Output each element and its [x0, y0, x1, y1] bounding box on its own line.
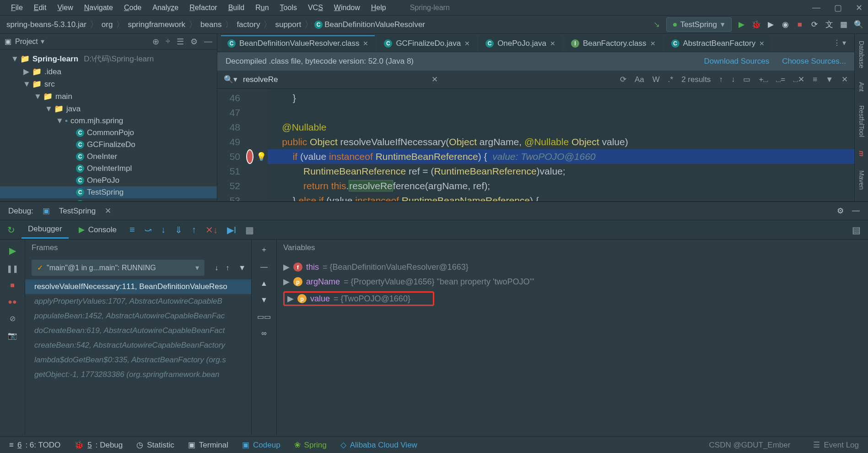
selection-icon[interactable]: ▭	[743, 75, 750, 84]
mute-bp-icon[interactable]: ⊘	[10, 314, 16, 323]
pause-icon[interactable]: ❚❚	[6, 264, 18, 273]
find-input[interactable]	[243, 75, 426, 84]
drop-frame-icon[interactable]: ✕↓	[203, 224, 221, 235]
menu-edit[interactable]: Edit	[28, 4, 52, 12]
project-view-label[interactable]: Project	[15, 38, 38, 46]
breadcrumb-item[interactable]: beans	[199, 20, 223, 29]
filter-icon[interactable]: ▼	[825, 75, 833, 84]
breadcrumb-item[interactable]: BeanDefinitionValueResolver	[323, 20, 427, 29]
variable-row[interactable]: ▶pargName = {PropertyValue@1656} "bean p…	[277, 274, 868, 289]
run-config-selector[interactable]: TestSpring ▾	[666, 17, 732, 32]
rerun-icon[interactable]: ↻	[5, 224, 18, 235]
stack-frame[interactable]: applyPropertyValues:1707, AbstractAutowi…	[25, 294, 251, 309]
debugger-tab[interactable]: Debugger	[22, 221, 69, 239]
translate-icon[interactable]: 文	[824, 20, 834, 30]
settings-icon[interactable]: ⚙	[190, 37, 198, 47]
breadcrumb-item[interactable]: support	[273, 20, 303, 29]
addsel-icon[interactable]: +⎵	[759, 75, 768, 84]
coverage-icon[interactable]: ▶	[766, 20, 776, 30]
menu-analyze[interactable]: Analyze	[147, 4, 184, 12]
menu-view[interactable]: View	[52, 4, 78, 12]
hide-icon[interactable]: —	[204, 37, 212, 47]
next-match-icon[interactable]: ↓	[731, 75, 735, 84]
variable-row[interactable]: ▶pvalue = {TwoPOJO@1660}	[277, 289, 868, 308]
view-bp-icon[interactable]: ●●	[8, 298, 16, 306]
tree-item[interactable]: COneInter	[0, 151, 217, 163]
prev-match-icon[interactable]: ↑	[719, 75, 723, 84]
debug-tool[interactable]: 🐞 5: Debug	[74, 440, 123, 450]
editor-tab[interactable]: COnePoJo.java✕	[479, 35, 562, 51]
gear-icon[interactable]: ⚙	[837, 206, 844, 216]
stack-frame[interactable]: lambda$doGetBean$0:335, AbstractBeanFact…	[25, 353, 251, 367]
menu-tools[interactable]: Tools	[275, 4, 302, 12]
close-debug-tab-icon[interactable]: ✕	[105, 206, 111, 216]
stop2-icon[interactable]: ■	[10, 281, 15, 289]
copy-watch-icon[interactable]: ▭▭	[257, 312, 271, 321]
evaluate-icon[interactable]: ▦	[243, 224, 257, 235]
run-icon[interactable]: ▶	[736, 20, 746, 30]
project-tree[interactable]: ▼📁Spring-learn D:\代码\Spring-learn▶📁.idea…	[0, 49, 217, 201]
spring-tool[interactable]: ❀ Spring	[294, 440, 327, 450]
tree-item[interactable]: CCommonPojo	[0, 127, 217, 139]
tree-root[interactable]: ▼📁Spring-learn D:\代码\Spring-learn	[0, 52, 217, 65]
step-over-icon[interactable]: ⤻	[141, 224, 155, 235]
alibaba-tool[interactable]: ◇ Alibaba Cloud View	[340, 440, 417, 450]
stack-frame[interactable]: getObject:-1, 1773283386 (org.springfram…	[25, 367, 251, 382]
debug-icon[interactable]: 🐞	[751, 20, 761, 30]
layout-icon[interactable]: ▤	[849, 224, 863, 235]
search-icon[interactable]: 🔍	[853, 20, 863, 30]
menu-build[interactable]: Build	[223, 4, 250, 12]
word-icon[interactable]: W	[652, 75, 660, 84]
database-tool[interactable]: Database	[858, 41, 865, 68]
hammer-icon[interactable]: ↘	[652, 20, 662, 30]
tree-item[interactable]: ▼▪com.mjh.spring	[0, 115, 217, 127]
menu-code[interactable]: Code	[119, 4, 147, 12]
down-watch-icon[interactable]: ▼	[260, 296, 268, 304]
regexopt-icon[interactable]: .*	[668, 75, 673, 84]
structure-icon[interactable]: ▦	[839, 20, 849, 30]
stack-frame[interactable]: resolveValueIfNecessary:111, BeanDefinit…	[25, 279, 251, 294]
clear-icon[interactable]: ✕	[431, 75, 438, 84]
step-into-icon[interactable]: ↓	[158, 224, 168, 235]
breadcrumb-item[interactable]: org	[100, 20, 115, 29]
console-tab[interactable]: ▶Console	[72, 221, 123, 238]
addall-icon[interactable]: ⎵=	[776, 75, 785, 84]
resume-icon[interactable]: ▶	[9, 245, 16, 256]
menu-refactor[interactable]: Refactor	[184, 4, 222, 12]
remove-watch-icon[interactable]: —	[260, 263, 268, 271]
todo-tool[interactable]: ≡ 6: 6: TODO	[9, 441, 60, 450]
project-view-icon[interactable]: ▣	[5, 37, 11, 46]
codeup-tool[interactable]: ▣ Codeup	[242, 440, 280, 450]
stack-frame[interactable]: doCreateBean:619, AbstractAutowireCapabl…	[25, 323, 251, 338]
editor-tab[interactable]: IBeanFactory.class✕	[565, 35, 662, 51]
menu-run[interactable]: Run	[250, 4, 274, 12]
tree-item[interactable]: COneInterImpl	[0, 163, 217, 175]
tree-item[interactable]: ▼📁src	[0, 78, 217, 90]
editor-tab[interactable]: CAbstractBeanFactory✕	[665, 35, 771, 51]
link-watch-icon[interactable]: ∞	[261, 329, 266, 338]
projfilter-icon[interactable]: ÷	[166, 37, 170, 47]
event-log[interactable]: ☰ Event Log	[813, 440, 859, 450]
tree-item[interactable]: ▼📁main	[0, 90, 217, 103]
menu-file[interactable]: File	[5, 4, 28, 12]
breadcrumb-item[interactable]: factory	[235, 20, 262, 29]
menu-vcs[interactable]: VCS	[302, 4, 329, 12]
prev-frame-icon[interactable]: ↓	[211, 264, 222, 272]
restful-tool[interactable]: RestfulTool	[858, 105, 865, 137]
code-area[interactable]: 464748495051525354 💡 } @Nullable public …	[217, 89, 854, 201]
collapse-icon[interactable]: ☰	[177, 37, 184, 47]
tree-item[interactable]: ▼📁java	[0, 103, 217, 115]
update-icon[interactable]: ⟳	[809, 20, 819, 30]
next-frame-icon[interactable]: ↑	[222, 264, 233, 272]
hide-debug-icon[interactable]: —	[852, 206, 860, 216]
tree-item[interactable]: CTestSpring	[0, 186, 217, 198]
close-icon[interactable]: ✕	[856, 3, 863, 13]
terminal-tool[interactable]: ▣ Terminal	[188, 440, 228, 450]
frame-filter-icon[interactable]: ▼	[233, 264, 251, 272]
maximize-icon[interactable]: ▢	[834, 3, 842, 13]
case-icon[interactable]: Aa	[635, 75, 644, 84]
close-find-icon[interactable]: ✕	[841, 75, 848, 84]
stack-frame[interactable]: populateBean:1452, AbstractAutowireCapab…	[25, 309, 251, 323]
minimize-icon[interactable]: —	[812, 3, 820, 13]
force-step-into-icon[interactable]: ⇓	[172, 224, 185, 235]
